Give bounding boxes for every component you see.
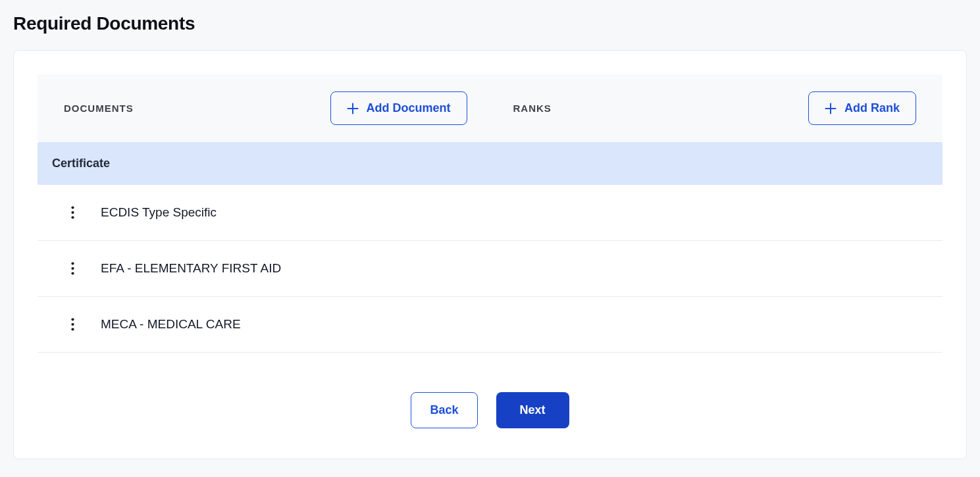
footer-actions: Back Next xyxy=(38,353,942,435)
plus-icon xyxy=(347,103,359,114)
documents-card: DOCUMENTS Add Document RANKS xyxy=(13,50,967,459)
list-item-name: MECA - MEDICAL CARE xyxy=(101,317,241,332)
list-item-name: EFA - ELEMENTARY FIRST AID xyxy=(101,261,281,276)
list-item: ECDIS Type Specific xyxy=(38,185,942,241)
svg-point-5 xyxy=(71,211,74,214)
add-rank-label: Add Rank xyxy=(844,101,900,115)
list-item: EFA - ELEMENTARY FIRST AID xyxy=(38,241,942,297)
svg-point-7 xyxy=(71,262,74,264)
category-header: Certificate xyxy=(38,142,942,185)
svg-point-11 xyxy=(71,323,74,326)
kebab-menu-icon[interactable] xyxy=(66,205,78,220)
toolbar: DOCUMENTS Add Document RANKS xyxy=(38,74,942,142)
svg-point-6 xyxy=(71,216,74,218)
list-item: MECA - MEDICAL CARE xyxy=(38,297,942,353)
kebab-menu-icon[interactable] xyxy=(66,261,78,276)
documents-heading: DOCUMENTS xyxy=(64,103,134,114)
add-rank-button[interactable]: Add Rank xyxy=(808,91,916,125)
add-document-button[interactable]: Add Document xyxy=(330,91,467,125)
page-title: Required Documents xyxy=(13,13,967,34)
kebab-menu-icon[interactable] xyxy=(66,316,78,332)
svg-point-9 xyxy=(71,272,74,274)
svg-point-12 xyxy=(71,328,74,330)
plus-icon xyxy=(825,103,837,114)
svg-point-4 xyxy=(71,206,74,209)
svg-point-10 xyxy=(71,318,74,320)
svg-point-8 xyxy=(71,267,74,270)
add-document-label: Add Document xyxy=(367,101,451,115)
next-button[interactable]: Next xyxy=(496,392,569,428)
back-button[interactable]: Back xyxy=(411,392,477,428)
list-item-name: ECDIS Type Specific xyxy=(101,205,217,220)
ranks-heading: RANKS xyxy=(513,103,552,114)
